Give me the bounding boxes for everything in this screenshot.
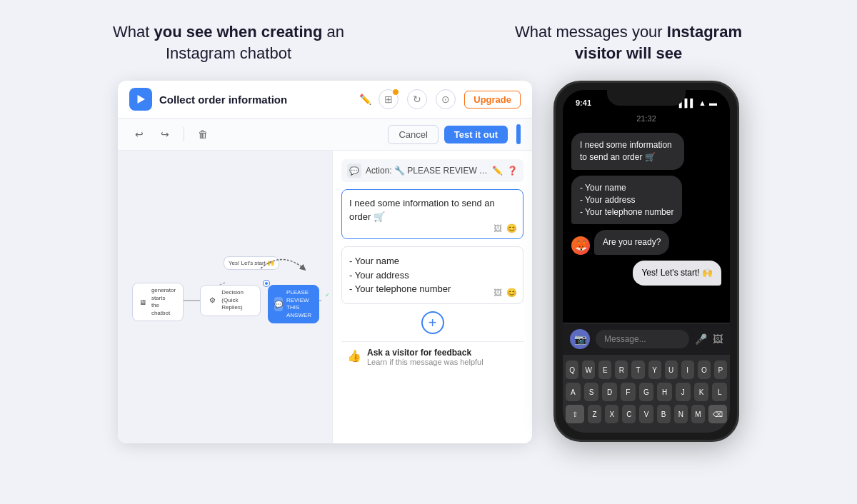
decision-node-icon: ⚙ (206, 293, 218, 308)
bubble-icons: 🖼 😊 (493, 223, 517, 235)
bot-msg-2-text: - Your name- Your address- Your telephon… (580, 183, 673, 217)
bubble-icons-2: 🖼 😊 (493, 286, 517, 299)
builder-toolbar: ↩ ↪ 🗑 Cancel Test it out (118, 119, 532, 151)
svg-marker-0 (138, 95, 146, 104)
start-node-label: generator startsthe chatbot (151, 287, 177, 317)
builder-panel: Collect order information ✏️ ⊞ ↻ ⊙ Upgra… (118, 81, 532, 443)
flow-canvas[interactable]: ✓ Success → ✓ Su... 🖥 generator startsth… (118, 151, 332, 443)
key-m[interactable]: M (691, 405, 705, 423)
message-editor: 💬 Action: 🔧 PLEASE REVIEW THIS ... ✏️ ❓ … (332, 151, 532, 443)
key-l[interactable]: L (712, 383, 727, 401)
share-icon[interactable]: ⊙ (436, 89, 456, 109)
action-node-icon: 💬 (347, 163, 361, 178)
key-k[interactable]: K (694, 383, 709, 401)
key-p[interactable]: P (714, 361, 727, 379)
key-d[interactable]: D (602, 383, 617, 401)
key-w[interactable]: W (582, 361, 595, 379)
key-shift[interactable]: ⇧ (566, 405, 584, 423)
left-title-bold: you see when creating (154, 23, 322, 41)
bot-msg-1-text: I need some information to send an order… (580, 140, 672, 162)
edit-action-icon[interactable]: ✏️ (492, 166, 503, 176)
top-titles: What you see when creating an Instagram … (29, 21, 828, 64)
bot-message-1: I need some information to send an order… (571, 133, 684, 170)
undo-button[interactable]: ↩ (129, 124, 149, 144)
flow-node-decision[interactable]: ⚙ Decision (QuickReplies) (200, 285, 261, 316)
msg1-node-icon: 💬 (274, 297, 283, 311)
key-x[interactable]: X (605, 405, 618, 423)
mic-icon[interactable]: 🎤 (695, 333, 707, 345)
msg1-node-label: PLEASE REVIEWTHIS ANSWER (286, 289, 313, 319)
right-title-bold: Instagram visitor will see (575, 23, 742, 62)
key-z[interactable]: Z (588, 405, 601, 423)
keyboard-row-2: A S D F G H J K L (566, 383, 727, 401)
builder-logo (129, 88, 152, 111)
key-g[interactable]: G (639, 383, 654, 401)
svg-text:✓ Success: ✓ Success (325, 292, 332, 298)
key-j[interactable]: J (676, 383, 691, 401)
redo-button[interactable]: ↪ (155, 124, 175, 144)
phone-input-bar: 📷 Message... 🎤 🖼 (563, 323, 730, 355)
phone-section: 9:41 ▌▌▌ ▲ ▬ 21:32 I need some informati… (553, 81, 739, 442)
key-h[interactable]: H (657, 383, 672, 401)
chat-messages: I need some information to send an order… (563, 127, 730, 323)
builder-body: ✓ Success → ✓ Su... 🖥 generator startsth… (118, 151, 532, 443)
camera-icon[interactable]: 📷 (570, 329, 590, 349)
topbar-icons: ⊞ ↻ ⊙ Upgrade (379, 89, 521, 109)
bot-message-3-row: 🦊 Are you ready? (571, 230, 721, 255)
test-button[interactable]: Test it out (444, 126, 508, 143)
delete-button[interactable]: 🗑 (193, 124, 213, 144)
key-i[interactable]: I (681, 361, 694, 379)
action-label: Action: 🔧 PLEASE REVIEW THIS ... (366, 166, 488, 176)
toolbar-separator (184, 127, 184, 141)
bot-message-2: - Your name- Your address- Your telephon… (571, 176, 682, 224)
feedback-icon: 👍 (347, 349, 361, 363)
layers-icon[interactable]: ⊞ (379, 89, 399, 109)
message-line-1: - Your name (349, 254, 516, 268)
flow-node-msg1[interactable]: 💬 PLEASE REVIEWTHIS ANSWER (268, 285, 319, 323)
flow-node-yes[interactable]: Yes! Let's start 🙌 (224, 256, 279, 270)
feedback-title: Ask a visitor for feedback (367, 348, 483, 358)
feedback-text: Ask a visitor for feedback Learn if this… (367, 348, 483, 366)
decision-node-label: Decision (QuickReplies) (221, 289, 254, 311)
key-v[interactable]: V (639, 405, 653, 423)
key-a[interactable]: A (566, 383, 581, 401)
key-c[interactable]: C (622, 405, 636, 423)
key-f[interactable]: F (621, 383, 636, 401)
key-o[interactable]: O (698, 361, 711, 379)
cancel-button[interactable]: Cancel (388, 125, 438, 144)
keyboard[interactable]: Q W E R T Y U I O P A S D (563, 355, 730, 433)
key-u[interactable]: U (665, 361, 678, 379)
wifi-icon: ▲ (698, 99, 706, 107)
key-r[interactable]: R (615, 361, 628, 379)
user-message-1: Yes! Let's start! 🙌 (633, 261, 721, 286)
key-e[interactable]: E (598, 361, 611, 379)
message-input[interactable]: Message... (596, 330, 689, 348)
key-y[interactable]: Y (648, 361, 661, 379)
edit-icon[interactable]: ✏️ (359, 94, 371, 105)
gallery-icon[interactable]: 🖼 (713, 333, 723, 345)
key-s[interactable]: S (584, 383, 599, 401)
key-n[interactable]: N (674, 405, 688, 423)
add-message-button[interactable]: + (421, 311, 444, 334)
user-msg-1-text: Yes! Let's start! 🙌 (641, 268, 713, 278)
flow-node-start[interactable]: 🖥 generator startsthe chatbot (132, 283, 184, 321)
message-bubble-2[interactable]: - Your name - Your address - Your teleph… (341, 246, 523, 304)
phone-time: 9:41 (576, 99, 591, 107)
key-q[interactable]: Q (566, 361, 578, 379)
image-icon-2: 🖼 (493, 286, 502, 299)
key-t[interactable]: T (631, 361, 644, 379)
upgrade-button[interactable]: Upgrade (464, 91, 521, 109)
content-row: Collect order information ✏️ ⊞ ↻ ⊙ Upgra… (29, 81, 828, 443)
bot-message-3: Are you ready? (594, 230, 669, 255)
status-bar (516, 124, 521, 144)
builder-topbar: Collect order information ✏️ ⊞ ↻ ⊙ Upgra… (118, 81, 532, 119)
left-section-title: What you see when creating an Instagram … (93, 21, 364, 64)
refresh-icon[interactable]: ↻ (407, 89, 427, 109)
message-bubble-1[interactable]: I need some information to send an order… (341, 189, 523, 239)
key-backspace[interactable]: ⌫ (708, 405, 727, 423)
key-b[interactable]: B (657, 405, 671, 423)
emoji-icon-2: 😊 (506, 286, 517, 299)
message-text-1: I need some information to send an order… (349, 198, 495, 221)
help-icon[interactable]: ❓ (507, 166, 518, 176)
message-line-3: - Your telephone number (349, 282, 516, 296)
